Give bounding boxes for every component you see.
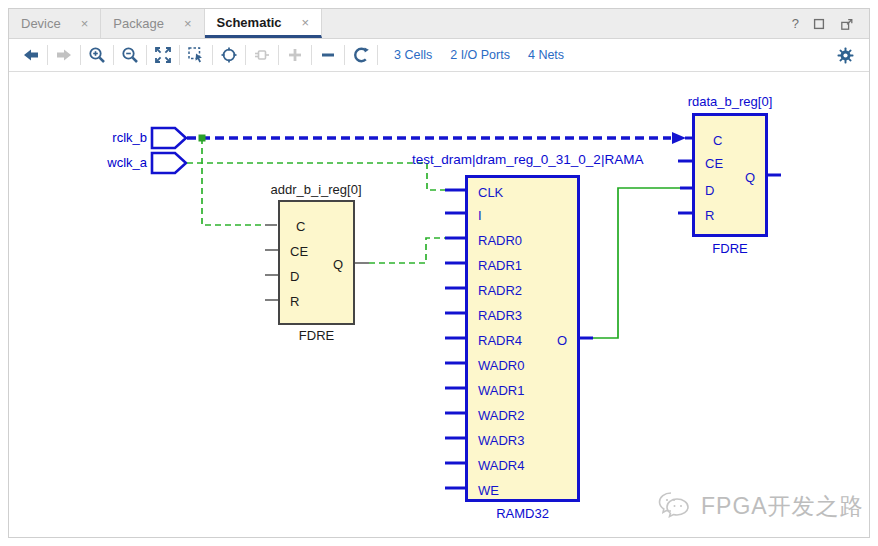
minus-icon xyxy=(318,45,338,65)
nets-link[interactable]: 4 Nets xyxy=(528,48,564,62)
separator xyxy=(179,45,180,65)
pin-c[interactable]: C xyxy=(296,219,305,235)
cell-type-ramd32: RAMD32 xyxy=(465,506,580,521)
pin-radr3[interactable]: RADR3 xyxy=(478,308,522,324)
forward-button[interactable] xyxy=(50,42,78,68)
separator xyxy=(212,45,213,65)
separator xyxy=(278,45,279,65)
schematic-window: Device × Package × Schematic × ? xyxy=(8,8,870,538)
pin-we[interactable]: WE xyxy=(478,483,499,499)
regenerate-button[interactable] xyxy=(347,42,375,68)
tab-schematic-label: Schematic xyxy=(217,15,282,30)
port-label-rclk-b[interactable]: rclk_b xyxy=(95,130,147,146)
zoom-out-button[interactable] xyxy=(116,42,144,68)
pin-radr1[interactable]: RADR1 xyxy=(478,258,522,274)
pin-i[interactable]: I xyxy=(478,208,482,224)
autofit-selection-button[interactable] xyxy=(215,42,243,68)
port-symbol-rclk-b[interactable] xyxy=(152,128,186,148)
close-icon[interactable]: × xyxy=(81,16,89,31)
port-label-wclk-a[interactable]: wclk_a xyxy=(95,155,147,171)
maximize-button[interactable] xyxy=(811,16,827,32)
pin-r[interactable]: R xyxy=(705,208,714,224)
net-rclk-b-arrowhead xyxy=(672,132,686,144)
tab-device-label: Device xyxy=(21,16,61,31)
pin-wadr3[interactable]: WADR3 xyxy=(478,433,524,449)
pin-q[interactable]: Q xyxy=(745,170,755,186)
net-junction xyxy=(199,135,206,142)
maximize-icon xyxy=(811,16,827,32)
window-controls: ? xyxy=(792,9,869,38)
pin-o[interactable]: O xyxy=(557,333,567,349)
pin-r[interactable]: R xyxy=(290,294,299,310)
cell-name-ramd32[interactable]: test_dram|dram_reg_0_31_0_2|RAMA xyxy=(412,152,643,167)
separator xyxy=(245,45,246,65)
cell-type-rdata-b-reg: FDRE xyxy=(692,241,768,256)
pin-wadr4[interactable]: WADR4 xyxy=(478,458,524,474)
pin-radr2[interactable]: RADR2 xyxy=(478,283,522,299)
expand-primitives-button[interactable] xyxy=(248,42,276,68)
close-icon[interactable]: × xyxy=(184,16,192,31)
zoom-fit-button[interactable] xyxy=(149,42,177,68)
tab-package-label: Package xyxy=(113,16,164,31)
wechat-logo-icon xyxy=(655,489,695,523)
pin-radr4[interactable]: RADR4 xyxy=(478,333,522,349)
cells-link[interactable]: 3 Cells xyxy=(394,48,432,62)
help-button[interactable]: ? xyxy=(792,16,799,31)
tab-package[interactable]: Package × xyxy=(101,9,204,38)
zoom-selection-button[interactable] xyxy=(182,42,210,68)
schematic-canvas[interactable]: rclk_b wclk_a addr_b_i_reg[0] C CE D R Q… xyxy=(9,73,869,537)
zoom-fit-icon xyxy=(153,45,173,65)
watermark-text: FPGA开发之路 xyxy=(701,491,864,522)
tab-bar: Device × Package × Schematic × ? xyxy=(9,9,869,39)
net-ram-o[interactable] xyxy=(593,188,681,338)
separator xyxy=(344,45,345,65)
float-button[interactable] xyxy=(839,16,855,32)
zoom-selection-icon xyxy=(186,45,206,65)
float-window-icon xyxy=(839,16,855,32)
port-symbol-wclk-a[interactable] xyxy=(152,153,186,173)
pin-ce[interactable]: CE xyxy=(290,244,308,260)
collapse-cone-button[interactable] xyxy=(314,42,342,68)
net-addr-q[interactable] xyxy=(369,238,445,263)
pin-radr0[interactable]: RADR0 xyxy=(478,233,522,249)
tab-device[interactable]: Device × xyxy=(9,9,101,38)
close-icon[interactable]: × xyxy=(302,15,310,30)
cell-rdata-b-reg[interactable]: C CE D R Q xyxy=(692,113,768,237)
cell-ramd32[interactable]: CLK I RADR0 RADR1 RADR2 RADR3 RADR4 WADR… xyxy=(465,175,580,502)
refresh-icon xyxy=(351,45,371,65)
cell-name-addr-b-i-reg[interactable]: addr_b_i_reg[0] xyxy=(236,182,396,197)
pin-ce[interactable]: CE xyxy=(705,156,723,172)
pin-q[interactable]: Q xyxy=(333,257,343,273)
pin-clk[interactable]: CLK xyxy=(478,185,503,201)
pin-d[interactable]: D xyxy=(290,269,299,285)
io-ports-link[interactable]: 2 I/O Ports xyxy=(450,48,510,62)
expand-cone-button[interactable] xyxy=(281,42,309,68)
pin-wadr0[interactable]: WADR0 xyxy=(478,358,524,374)
settings-button[interactable] xyxy=(831,42,859,68)
gear-icon xyxy=(836,46,855,65)
back-arrow-icon xyxy=(21,45,41,65)
schematic-toolbar: 3 Cells 2 I/O Ports 4 Nets xyxy=(9,39,869,72)
pin-d[interactable]: D xyxy=(705,183,714,199)
tab-schematic[interactable]: Schematic × xyxy=(205,9,323,38)
pin-c[interactable]: C xyxy=(713,133,722,149)
separator xyxy=(80,45,81,65)
plug-icon xyxy=(252,45,272,65)
zoom-out-icon xyxy=(120,45,140,65)
separator xyxy=(311,45,312,65)
pin-wadr2[interactable]: WADR2 xyxy=(478,408,524,424)
cell-addr-b-i-reg[interactable]: C CE D R Q xyxy=(278,200,355,325)
separator xyxy=(377,45,378,65)
plus-icon xyxy=(285,45,305,65)
watermark: FPGA开发之路 xyxy=(655,489,864,523)
separator xyxy=(47,45,48,65)
zoom-in-button[interactable] xyxy=(83,42,111,68)
separator xyxy=(113,45,114,65)
pin-wadr1[interactable]: WADR1 xyxy=(478,383,524,399)
forward-arrow-icon xyxy=(54,45,74,65)
cell-name-rdata-b-reg[interactable]: rdata_b_reg[0] xyxy=(650,94,810,109)
zoom-in-icon xyxy=(87,45,107,65)
back-button[interactable] xyxy=(17,42,45,68)
cell-type-addr-b-i-reg: FDRE xyxy=(278,328,355,343)
separator xyxy=(146,45,147,65)
